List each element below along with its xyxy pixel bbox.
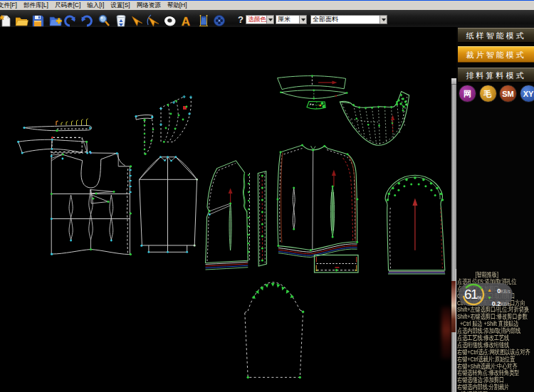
svg-text:A: A bbox=[182, 14, 190, 28]
